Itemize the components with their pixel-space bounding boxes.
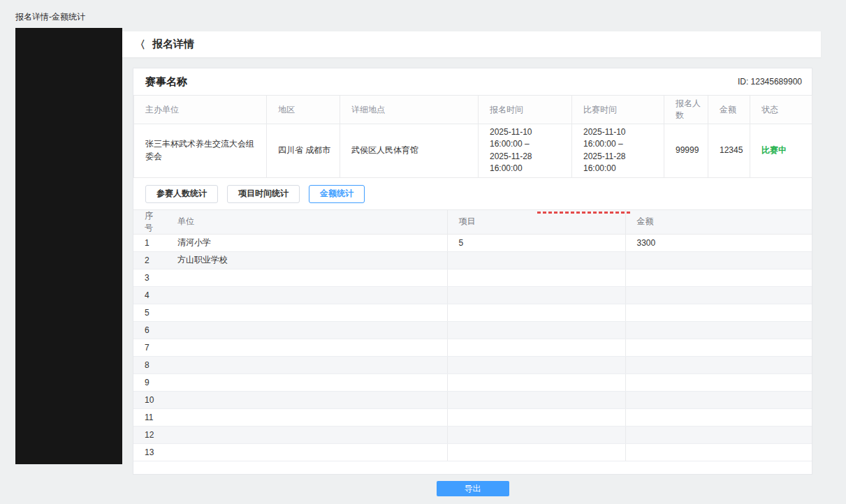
unit-cell: 清河小学	[166, 234, 447, 251]
col-signup-count: 报名人数	[664, 96, 708, 124]
project-cell: 5	[447, 234, 625, 251]
index-cell: 9	[133, 373, 166, 391]
index-cell: 6	[133, 321, 166, 339]
index-cell: 10	[133, 391, 166, 408]
export-row: 导出	[133, 481, 812, 496]
project-cell	[447, 339, 625, 356]
signup-time-line1: 2025-11-10 16:00:00 –	[490, 126, 566, 151]
unit-cell	[166, 443, 447, 461]
stats-table-row: 9	[133, 373, 812, 391]
match-time-line2: 2025-11-28 16:00:00	[583, 151, 658, 175]
stats-table-row: 12	[133, 426, 812, 443]
project-cell	[447, 426, 625, 443]
organizer-cell: 张三丰杯武术养生交流大会组委会	[134, 124, 267, 178]
status-badge: 比赛中	[761, 145, 787, 155]
stats-table-row: 7	[133, 339, 812, 356]
project-cell	[447, 251, 625, 269]
amount-cell	[625, 269, 812, 286]
unit-cell: 方山职业学校	[166, 251, 447, 269]
match-time-cell: 2025-11-10 16:00:00 – 2025-11-28 16:00:0…	[572, 124, 664, 178]
unit-cell	[166, 269, 447, 286]
project-cell	[447, 321, 625, 339]
index-cell: 11	[133, 408, 166, 426]
red-annotation-marks	[537, 212, 631, 214]
event-data-row: 张三丰杯武术养生交流大会组委会 四川省 成都市 武侯区人民体育馆 2025-11…	[134, 124, 812, 178]
amount-cell	[625, 426, 812, 443]
export-button[interactable]: 导出	[437, 481, 509, 496]
project-cell	[447, 304, 625, 321]
event-card-head: 赛事名称 ID: 12345689900	[133, 68, 812, 95]
stats-table-row: 6	[133, 321, 812, 339]
col-organizer: 主办单位	[134, 96, 267, 124]
collapsed-sidebar	[15, 28, 122, 464]
col-index: 序号	[133, 209, 166, 234]
venue-cell: 武侯区人民体育馆	[340, 124, 479, 178]
project-cell	[447, 373, 625, 391]
col-amount: 金额	[625, 209, 812, 234]
index-cell: 13	[133, 443, 166, 461]
stats-table-row: 4	[133, 286, 812, 304]
project-cell	[447, 391, 625, 408]
col-region: 地区	[267, 96, 340, 124]
amount-cell	[625, 251, 812, 269]
signup-time-cell: 2025-11-10 16:00:00 – 2025-11-28 16:00:0…	[479, 124, 572, 178]
event-info-table: 主办单位 地区 详细地点 报名时间 比赛时间 报名人数 金额 状态 张三丰杯武术…	[133, 95, 812, 178]
unit-cell	[166, 408, 447, 426]
amount-stats-table: 序号 单位 项目 金额 1 清河小学 5 3300 2 方山职业学校 3 4 5	[133, 209, 812, 461]
project-cell	[447, 269, 625, 286]
index-cell: 4	[133, 286, 166, 304]
amount-cell	[625, 408, 812, 426]
tab-amount-stats[interactable]: 金额统计	[309, 185, 365, 203]
amount-cell	[625, 304, 812, 321]
unit-cell	[166, 426, 447, 443]
stats-table-row: 11	[133, 408, 812, 426]
unit-cell	[166, 286, 447, 304]
match-time-line1: 2025-11-10 16:00:00 –	[583, 126, 658, 151]
amount-cell	[625, 286, 812, 304]
stats-table-row: 3	[133, 269, 812, 286]
region-cell: 四川省 成都市	[267, 124, 340, 178]
col-signup-time: 报名时间	[479, 96, 572, 124]
page-title-label: 报名详情-金额统计	[15, 11, 85, 23]
status-cell: 比赛中	[750, 124, 812, 178]
detail-header-bar: 〈 报名详情	[122, 31, 821, 57]
index-cell: 8	[133, 356, 166, 373]
stats-header-row: 序号 单位 项目 金额	[133, 209, 812, 234]
back-icon[interactable]: 〈	[135, 39, 145, 50]
stats-table-row: 1 清河小学 5 3300	[133, 234, 812, 251]
amount-cell	[625, 339, 812, 356]
index-cell: 5	[133, 304, 166, 321]
event-id: ID: 12345689900	[738, 77, 802, 87]
unit-cell	[166, 321, 447, 339]
unit-cell	[166, 356, 447, 373]
col-amount: 金额	[708, 96, 750, 124]
col-status: 状态	[750, 96, 812, 124]
amount-cell: 3300	[625, 234, 812, 251]
tab-participant-stats[interactable]: 参赛人数统计	[145, 185, 218, 203]
col-venue: 详细地点	[340, 96, 479, 124]
index-cell: 1	[133, 234, 166, 251]
detail-page-title: 报名详情	[152, 38, 194, 51]
signup-count-cell: 99999	[664, 124, 708, 178]
event-detail-card: 赛事名称 ID: 12345689900 主办单位 地区 详细地点 报名时间 比…	[133, 68, 812, 475]
index-cell: 12	[133, 426, 166, 443]
unit-cell	[166, 373, 447, 391]
stats-table-row: 8	[133, 356, 812, 373]
event-header-row: 主办单位 地区 详细地点 报名时间 比赛时间 报名人数 金额 状态	[134, 96, 812, 124]
amount-cell	[625, 443, 812, 461]
amount-cell	[625, 373, 812, 391]
unit-cell	[166, 391, 447, 408]
stats-table-row: 2 方山职业学校	[133, 251, 812, 269]
index-cell: 3	[133, 269, 166, 286]
stats-body: 1 清河小学 5 3300 2 方山职业学校 3 4 5 6 7	[133, 234, 812, 461]
tab-project-time-stats[interactable]: 项目时间统计	[227, 185, 300, 203]
amount-cell	[625, 391, 812, 408]
index-cell: 7	[133, 339, 166, 356]
stats-table-row: 13	[133, 443, 812, 461]
project-cell	[447, 356, 625, 373]
amount-cell	[625, 321, 812, 339]
col-unit: 单位	[166, 209, 447, 234]
project-cell	[447, 443, 625, 461]
amount-cell: 12345	[708, 124, 750, 178]
stats-table-row: 10	[133, 391, 812, 408]
